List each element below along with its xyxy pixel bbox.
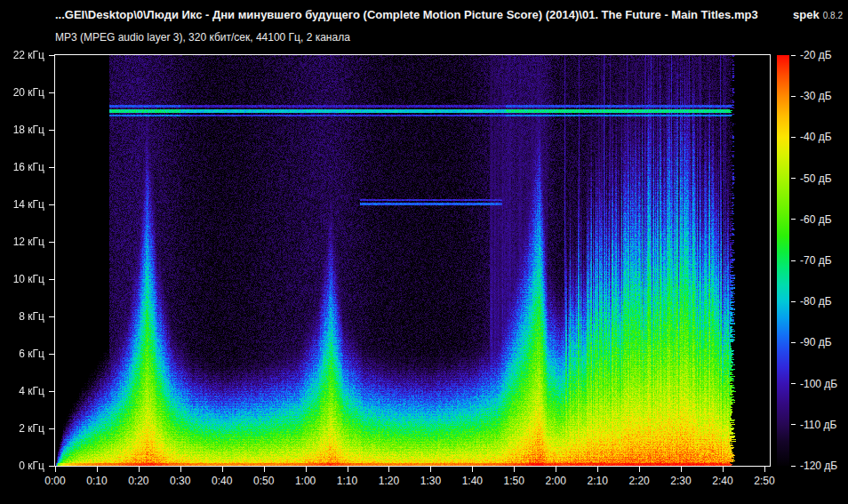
x-axis-tick <box>222 467 223 472</box>
x-axis-tick <box>306 467 307 472</box>
y-axis-tick-label: 12 кГц <box>0 236 44 248</box>
y-axis-tick <box>49 391 54 392</box>
x-axis-tick-label: 0:00 <box>35 475 76 487</box>
x-axis-tick <box>139 467 140 472</box>
y-axis-tick-label: 4 кГц <box>0 385 44 397</box>
x-axis-tick <box>681 467 682 472</box>
y-axis-tick-label: 20 кГц <box>0 86 44 99</box>
x-axis-tick <box>764 467 765 472</box>
x-axis-tick-label: 2:20 <box>619 475 660 487</box>
legend-tick-label: -30 дБ <box>800 90 832 102</box>
y-axis-tick <box>49 466 54 467</box>
x-axis-tick-label: 1:40 <box>452 475 492 487</box>
y-axis-tick-label: 22 кГц <box>0 49 44 61</box>
x-axis-tick-label: 0:10 <box>76 475 117 487</box>
legend-tick-label: -50 дБ <box>800 172 832 185</box>
x-axis-tick-label: 0:30 <box>160 475 201 487</box>
x-axis-tick <box>348 467 348 472</box>
x-axis-tick <box>556 467 556 472</box>
file-info: MP3 (MPEG audio layer 3), 320 кбит/сек, … <box>55 31 350 44</box>
legend-tick-label: -40 дБ <box>800 131 832 143</box>
x-axis-tick-label: 1:30 <box>410 475 451 487</box>
y-axis-tick <box>49 354 54 355</box>
legend-tick-label: -80 дБ <box>800 295 832 308</box>
y-axis-tick <box>49 428 54 429</box>
x-axis-tick <box>639 467 640 472</box>
x-axis-tick <box>97 467 98 472</box>
legend-tick-label: -60 дБ <box>800 213 832 226</box>
legend-colorbar <box>777 55 789 466</box>
y-axis-tick-label: 10 кГц <box>0 273 44 285</box>
x-axis-tick-label: 2:40 <box>702 475 743 487</box>
legend-tick-label: -120 дБ <box>800 460 837 472</box>
x-axis-tick-label: 0:20 <box>118 475 159 487</box>
legend-tick <box>791 260 796 261</box>
x-axis-tick-label: 1:10 <box>327 475 368 487</box>
legend-tick <box>791 219 796 220</box>
y-axis-tick <box>49 130 54 131</box>
legend-tick <box>791 466 796 467</box>
x-axis-tick <box>597 467 598 472</box>
legend-tick-label: -20 дБ <box>800 49 832 61</box>
y-axis-tick-label: 14 кГц <box>0 198 44 211</box>
x-axis-tick <box>388 467 389 472</box>
y-axis-tick <box>49 167 54 168</box>
x-axis-tick <box>55 467 56 472</box>
x-axis-tick <box>723 467 724 472</box>
spectrogram-canvas <box>55 55 770 466</box>
legend-tick-label: -100 дБ <box>800 378 837 390</box>
legend-tick <box>791 178 796 179</box>
legend-tick <box>791 55 796 56</box>
legend-tick <box>791 424 796 425</box>
y-axis-tick <box>49 92 54 93</box>
legend-tick-label: -70 дБ <box>800 254 832 267</box>
x-axis-tick-label: 2:00 <box>535 475 576 487</box>
x-axis-tick-label: 0:40 <box>202 475 243 487</box>
x-axis-tick <box>430 467 431 472</box>
x-axis-tick-label: 2:10 <box>577 475 618 487</box>
x-axis-tick-label: 1:20 <box>368 475 409 487</box>
legend-tick-label: -110 дБ <box>800 419 836 431</box>
y-axis-tick-label: 0 кГц <box>0 460 44 472</box>
file-path-title: ...GEI\Desktop\0\Люди Икс - Дни минувшег… <box>55 8 758 21</box>
y-axis-tick <box>49 279 54 280</box>
y-axis-tick <box>49 242 54 243</box>
y-axis-tick-label: 2 кГц <box>0 422 44 435</box>
x-axis-tick-label: 2:50 <box>744 475 785 487</box>
y-axis-tick <box>49 316 54 317</box>
y-axis-tick <box>49 55 54 56</box>
x-axis-tick-label: 1:00 <box>285 475 326 487</box>
y-axis-tick <box>49 204 54 205</box>
legend-tick <box>791 137 796 138</box>
y-axis-tick-label: 8 кГц <box>0 310 44 323</box>
x-axis-tick <box>264 467 265 472</box>
x-axis-tick <box>514 467 515 472</box>
app-version: 0.8.2 <box>823 11 843 20</box>
x-axis-tick-label: 0:50 <box>244 475 284 487</box>
y-axis-tick-label: 16 кГц <box>0 161 44 173</box>
x-axis-tick-label: 2:30 <box>660 475 701 487</box>
legend-tick <box>791 383 796 384</box>
x-axis-tick <box>180 467 181 472</box>
legend-tick-label: -90 дБ <box>800 336 832 348</box>
app-badge: spek0.8.2 <box>793 6 843 22</box>
y-axis-tick-label: 18 кГц <box>0 124 44 136</box>
legend-tick <box>791 96 796 97</box>
y-axis-tick-label: 6 кГц <box>0 348 44 360</box>
legend-tick <box>791 342 796 343</box>
x-axis-tick-label: 1:50 <box>493 475 534 487</box>
x-axis-tick <box>472 467 473 472</box>
app-name: spek <box>793 8 820 21</box>
legend-tick <box>791 301 796 302</box>
title-bar: ...GEI\Desktop\0\Люди Икс - Дни минувшег… <box>55 6 843 22</box>
